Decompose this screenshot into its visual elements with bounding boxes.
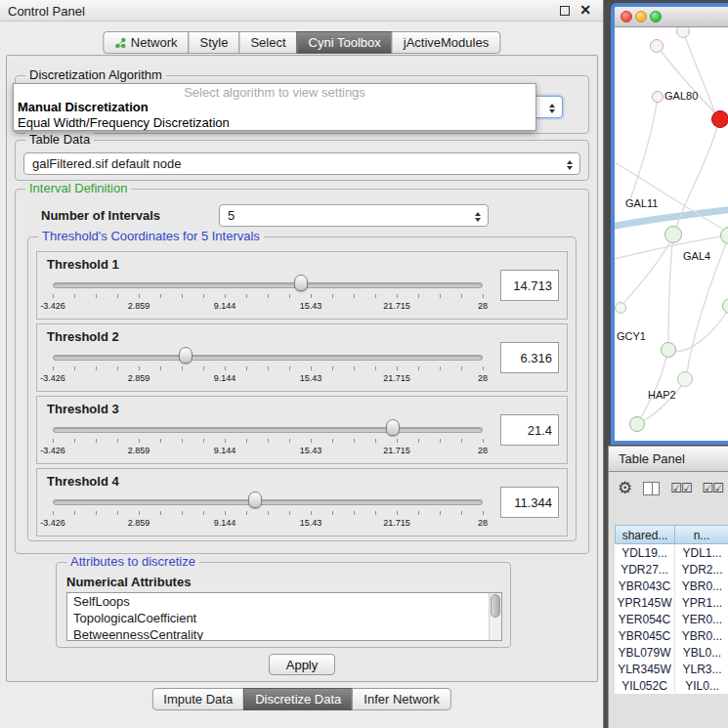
minimize-traffic-light-icon[interactable] (635, 11, 647, 22)
scrollbar-thumb[interactable] (491, 594, 500, 618)
slider-thumb[interactable] (248, 492, 262, 508)
table-cell[interactable]: YPR145W (615, 594, 675, 611)
table-row[interactable]: YDR27... YDR2... (615, 561, 728, 578)
threshold-4-value-field[interactable]: 11.344 (500, 487, 559, 518)
table-data-combobox[interactable]: galFiltered.sif default node (23, 152, 580, 175)
group-title: Discretization Algorithm (25, 67, 166, 82)
tab-jactivemodules[interactable]: jActiveModules (392, 31, 500, 54)
table-row[interactable]: YLR345W YLR3... (615, 661, 728, 677)
slider-thumb[interactable] (179, 347, 193, 364)
slider-thumb[interactable] (294, 275, 308, 291)
table-cell[interactable]: YER054C (615, 611, 675, 627)
tab-select[interactable]: Select (238, 31, 297, 54)
table-row[interactable]: YPR145W YPR1... (615, 594, 728, 611)
network-node[interactable] (629, 416, 645, 432)
combobox-stepper-icon (547, 101, 557, 115)
scale-label: 2.859 (128, 373, 150, 383)
gear-icon[interactable]: ⚙ (618, 480, 632, 496)
threshold-1-value-field[interactable]: 14.713 (500, 270, 559, 301)
table-cell[interactable]: YLR3... (675, 661, 728, 677)
table-cell[interactable]: YDR27... (615, 561, 675, 578)
list-item[interactable]: BetweennessCentrality (67, 626, 501, 641)
slider-track[interactable] (53, 499, 483, 505)
threshold-2-value-field[interactable]: 6.316 (500, 342, 559, 373)
table-cell[interactable]: YBL079W (615, 644, 675, 661)
network-node[interactable] (711, 110, 728, 128)
threshold-4-slider[interactable]: -3.426 2.859 9.144 15.43 21.715 28 (53, 491, 483, 534)
table-cell[interactable]: YBR0... (675, 627, 728, 644)
threshold-2-panel: Threshold 2 -3.426 2.859 9.144 15.43 21.… (36, 323, 568, 392)
tab-infer-network[interactable]: Infer Network (352, 688, 450, 710)
network-canvas[interactable]: GAL80GAL11GAL4GCY1HAP2 (615, 27, 728, 440)
table-panel-header[interactable]: Table Panel (608, 446, 728, 472)
list-scrollbar[interactable] (489, 593, 501, 640)
list-item[interactable]: SelfLoops (67, 593, 501, 610)
tab-label: jActiveModules (404, 35, 489, 50)
dropdown-option-manual-discretization[interactable]: Manual Discretization (14, 100, 535, 115)
columns-icon[interactable] (643, 482, 660, 495)
table-row[interactable]: YIL052C YIL0... (615, 677, 728, 694)
threshold-2-slider[interactable]: -3.426 2.859 9.144 15.43 21.715 28 (53, 346, 483, 389)
tab-network[interactable]: Network (103, 31, 190, 54)
table-cell[interactable]: YPR1... (675, 594, 728, 611)
table-cell[interactable]: YER0... (675, 611, 728, 627)
network-node-label: GAL80 (664, 90, 698, 102)
threshold-1-slider[interactable]: -3.426 2.859 9.144 15.43 21.715 28 (53, 274, 483, 317)
table-cell[interactable]: YBL0... (675, 644, 728, 661)
select-columns-icon[interactable]: ☑☑ (703, 481, 723, 495)
table-row[interactable]: YER054C YER0... (615, 611, 728, 627)
network-node[interactable] (664, 226, 682, 243)
table-cell[interactable]: YDR2... (675, 561, 728, 578)
table-cell[interactable]: YDL19... (615, 544, 675, 561)
table-row[interactable]: YDL19... YDL1... (615, 544, 728, 561)
network-node[interactable] (615, 302, 626, 314)
table-data-group: Table Data galFiltered.sif default node (15, 140, 589, 181)
table-cell[interactable]: YBR043C (615, 578, 675, 594)
zoom-traffic-light-icon[interactable] (650, 11, 662, 22)
column-header-name[interactable]: n... (675, 525, 728, 544)
dropdown-option-equal-width-frequency[interactable]: Equal Width/Frequency Discretization (14, 115, 535, 131)
slider-ticks (53, 439, 483, 444)
table-cell[interactable]: YIL052C (615, 677, 675, 694)
tab-impute-data[interactable]: Impute Data (151, 688, 244, 710)
cyni-toolbox-panel: Discretization Algorithm Select algorith… (6, 55, 598, 682)
slider-track[interactable] (53, 355, 483, 361)
network-window-titlebar[interactable] (615, 7, 728, 27)
table-row[interactable]: YBR043C YBR0... (615, 578, 728, 594)
threshold-3-value-field[interactable]: 21.4 (500, 414, 559, 446)
top-tabbar: Network Style Select Cyni Toolbox jActiv… (103, 31, 500, 54)
slider-track[interactable] (53, 282, 483, 288)
numerical-attributes-label: Numerical Attributes (66, 575, 191, 589)
list-item[interactable]: TopologicalCoefficient (67, 610, 501, 626)
number-of-intervals-combobox[interactable]: 5 (219, 204, 489, 227)
table-cell[interactable]: YDL1... (675, 544, 728, 561)
tab-cyni-toolbox[interactable]: Cyni Toolbox (297, 31, 393, 54)
table-row[interactable]: YBL079W YBL0... (615, 644, 728, 661)
table-row[interactable]: YBR045C YBR0... (615, 627, 728, 644)
dropdown-placeholder-option[interactable]: Select algorithm to view settings (14, 84, 535, 100)
table-cell[interactable]: YBR0... (675, 578, 728, 594)
close-traffic-light-icon[interactable] (621, 11, 632, 22)
select-all-columns-icon[interactable]: ☑☑ (670, 481, 691, 495)
threshold-3-slider[interactable]: -3.426 2.859 9.144 15.43 21.715 28 (53, 418, 483, 461)
slider-scale: -3.426 2.859 9.144 15.43 21.715 28 (53, 373, 483, 385)
float-window-icon[interactable] (560, 6, 570, 16)
column-header-shared-name[interactable]: shared... (615, 525, 675, 544)
table-cell[interactable]: YLR345W (615, 661, 675, 677)
tab-discretize-data[interactable]: Discretize Data (243, 688, 353, 710)
attributes-listbox: SelfLoops TopologicalCoefficient Between… (66, 592, 502, 641)
table-cell[interactable]: YIL0... (675, 677, 728, 694)
apply-button[interactable]: Apply (269, 654, 335, 675)
network-node[interactable] (661, 342, 676, 358)
close-icon[interactable]: ✕ (579, 2, 591, 18)
network-node[interactable] (677, 371, 693, 387)
table-cell[interactable]: YBR045C (615, 627, 675, 644)
network-node[interactable] (650, 39, 664, 53)
tab-style[interactable]: Style (189, 31, 240, 54)
slider-track[interactable] (53, 427, 483, 433)
tab-label: Network (131, 35, 178, 50)
network-node[interactable] (652, 91, 664, 103)
scale-label: 2.859 (128, 301, 150, 311)
table-panel-body: ⚙ ☑☑ ☑☑ shared... n... YDL19... YDL1... … (608, 472, 728, 728)
slider-thumb[interactable] (386, 419, 400, 436)
